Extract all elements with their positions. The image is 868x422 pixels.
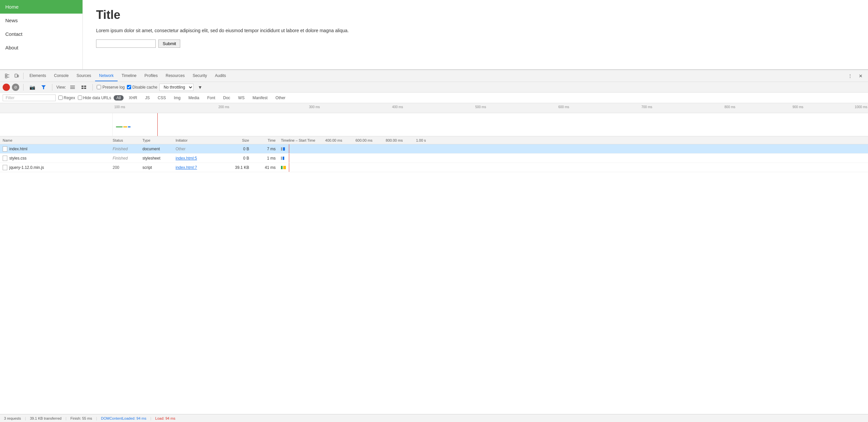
chart-seg-blue bbox=[128, 126, 130, 128]
tab-timeline[interactable]: Timeline bbox=[118, 71, 141, 81]
table-row[interactable]: styles.css Finished stylesheet index.htm… bbox=[0, 153, 868, 163]
tab-elements[interactable]: Elements bbox=[26, 71, 50, 81]
regex-checkbox[interactable] bbox=[58, 95, 63, 100]
type-btn-img[interactable]: Img bbox=[171, 95, 183, 101]
svg-rect-11 bbox=[84, 86, 86, 87]
view-list-icon[interactable] bbox=[68, 83, 77, 92]
table-row[interactable]: index.html Finished document Other 0 B 7… bbox=[0, 144, 868, 153]
hide-data-urls-checkbox[interactable] bbox=[78, 95, 82, 100]
row-red-line-1 bbox=[289, 153, 289, 163]
cell-size-1: 0 B bbox=[225, 156, 252, 161]
devtools-tab-bar: Elements Console Sources Network Timelin… bbox=[0, 70, 868, 82]
type-btn-css[interactable]: CSS bbox=[155, 95, 168, 101]
bar-yellow-2 bbox=[283, 166, 286, 169]
view-group-icon[interactable] bbox=[79, 83, 89, 92]
preserve-log-checkbox[interactable] bbox=[97, 85, 101, 89]
table-row[interactable]: jquery-1.12.0.min.js 200 script index.ht… bbox=[0, 163, 868, 172]
more-tools-icon[interactable]: ⋮ bbox=[845, 71, 855, 81]
nav-item-news[interactable]: News bbox=[0, 13, 83, 27]
cell-time-1: 1 ms bbox=[252, 156, 278, 161]
svg-rect-2 bbox=[5, 76, 7, 78]
cell-timeline-1 bbox=[278, 153, 868, 163]
camera-icon[interactable]: 📷 bbox=[28, 83, 37, 92]
page-description: Lorem ipsum dolor sit amet, consectetur … bbox=[96, 27, 855, 34]
col-header-timeline[interactable]: Timeline – Start Time 400.00 ms 600.00 m… bbox=[278, 138, 868, 142]
svg-rect-12 bbox=[82, 88, 84, 89]
throttle-dropdown-icon[interactable]: ▼ bbox=[195, 83, 205, 92]
ruler-300ms: 300 ms bbox=[309, 105, 320, 109]
cell-initiator-1[interactable]: index.html:5 bbox=[176, 156, 225, 161]
type-btn-other[interactable]: Other bbox=[273, 95, 288, 101]
disable-cache-checkbox-label[interactable]: Disable cache bbox=[127, 85, 157, 90]
col-header-size[interactable]: Size bbox=[225, 138, 252, 142]
cell-name-0: index.html bbox=[0, 146, 113, 151]
svg-rect-13 bbox=[84, 88, 86, 89]
separator-2 bbox=[23, 84, 24, 90]
tab-network[interactable]: Network bbox=[95, 71, 118, 81]
tab-profiles[interactable]: Profiles bbox=[141, 71, 162, 81]
cell-name-2: jquery-1.12.0.min.js bbox=[0, 165, 113, 170]
stop-button[interactable]: ⊘ bbox=[12, 84, 19, 91]
nav-sidebar: Home News Contact About bbox=[0, 0, 83, 69]
tab-audits[interactable]: Audits bbox=[211, 71, 230, 81]
cell-size-2: 39.1 KB bbox=[225, 165, 252, 170]
tab-security[interactable]: Security bbox=[188, 71, 211, 81]
inspect-icon[interactable] bbox=[3, 71, 12, 81]
page-content: Title Lorem ipsum dolor sit amet, consec… bbox=[83, 0, 868, 69]
type-btn-js[interactable]: JS bbox=[143, 95, 152, 101]
preserve-log-checkbox-label[interactable]: Preserve log bbox=[97, 85, 125, 90]
type-btn-font[interactable]: Font bbox=[205, 95, 218, 101]
col-header-status[interactable]: Status bbox=[113, 138, 143, 142]
ruler-900ms: 900 ms bbox=[793, 105, 803, 109]
devtools-filter-bar: Regex Hide data URLs All XHR JS CSS Img … bbox=[0, 92, 868, 103]
cell-initiator-2[interactable]: index.html:7 bbox=[176, 165, 225, 170]
ruler-600ms: 600 ms bbox=[558, 105, 569, 109]
type-btn-doc[interactable]: Doc bbox=[221, 95, 233, 101]
ruler-800ms: 800 ms bbox=[724, 105, 736, 109]
cell-name-1: styles.css bbox=[0, 156, 113, 161]
device-icon[interactable] bbox=[12, 71, 21, 81]
col-header-time[interactable]: Time bbox=[252, 138, 278, 142]
nav-item-contact[interactable]: Contact bbox=[0, 27, 83, 41]
tab-sources[interactable]: Sources bbox=[72, 71, 95, 81]
disable-cache-checkbox[interactable] bbox=[127, 85, 131, 89]
text-input[interactable] bbox=[96, 39, 156, 48]
devtools-panel: Elements Console Sources Network Timelin… bbox=[0, 70, 868, 422]
devtools-tabs: Elements Console Sources Network Timelin… bbox=[26, 71, 845, 81]
ruler-1000ms: 1000 ms bbox=[855, 105, 867, 109]
ruler-700ms: 700 ms bbox=[641, 105, 652, 109]
timeline-chart bbox=[113, 113, 868, 136]
regex-checkbox-label[interactable]: Regex bbox=[58, 95, 75, 100]
nav-item-home[interactable]: Home bbox=[0, 0, 83, 13]
name-col-spacer bbox=[0, 103, 113, 113]
type-btn-media[interactable]: Media bbox=[186, 95, 202, 101]
ruler-200ms: 200 ms bbox=[218, 105, 229, 109]
type-btn-xhr[interactable]: XHR bbox=[126, 95, 140, 101]
submit-button[interactable]: Submit bbox=[158, 39, 180, 48]
close-devtools-icon[interactable]: ✕ bbox=[856, 71, 865, 81]
type-btn-all[interactable]: All bbox=[114, 95, 123, 101]
chart-red-line bbox=[157, 113, 158, 136]
bar-gray-0 bbox=[281, 147, 282, 151]
throttle-select[interactable]: No throttling bbox=[159, 84, 193, 91]
table-header: Name Status Type Initiator Size Time Tim… bbox=[0, 136, 868, 144]
col-header-type[interactable]: Type bbox=[143, 138, 176, 142]
tab-console[interactable]: Console bbox=[50, 71, 72, 81]
hide-data-urls-label[interactable]: Hide data URLs bbox=[78, 95, 111, 100]
cell-status-0: Finished bbox=[113, 147, 143, 151]
status-transferred: 39.1 KB transferred bbox=[30, 416, 61, 420]
nav-item-about[interactable]: About bbox=[0, 41, 83, 54]
type-btn-manifest[interactable]: Manifest bbox=[250, 95, 270, 101]
type-btn-ws[interactable]: WS bbox=[236, 95, 247, 101]
record-button[interactable] bbox=[3, 84, 10, 91]
separator-1 bbox=[23, 73, 24, 79]
cell-type-0: document bbox=[143, 147, 176, 151]
chart-seg-green bbox=[116, 126, 123, 128]
filter-input[interactable] bbox=[3, 94, 56, 101]
cell-initiator-0: Other bbox=[176, 147, 225, 151]
timeline-chart-area bbox=[0, 113, 868, 136]
tab-resources[interactable]: Resources bbox=[162, 71, 188, 81]
col-header-initiator[interactable]: Initiator bbox=[176, 138, 225, 142]
filter-icon[interactable] bbox=[39, 83, 48, 92]
col-header-name[interactable]: Name bbox=[0, 138, 113, 142]
